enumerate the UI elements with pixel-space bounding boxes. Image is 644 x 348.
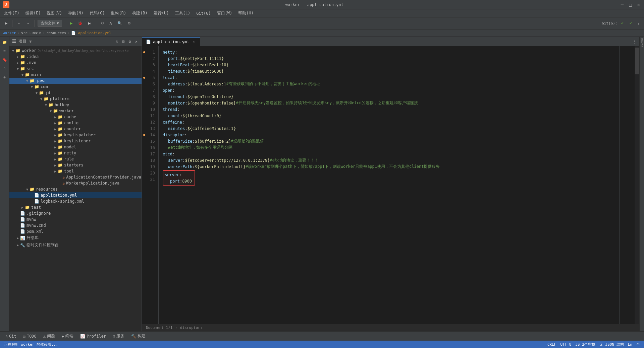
- tree-com[interactable]: ▼ 📁 com: [9, 84, 142, 90]
- tree-appprovider[interactable]: ☕ ApplicationContextProvider.java: [9, 174, 142, 180]
- tree-logback[interactable]: 📄 logback-spring.xml: [9, 198, 142, 204]
- git-tab[interactable]: ⑃ Git: [3, 333, 19, 339]
- breadcrumb-resources[interactable]: resources: [46, 31, 66, 35]
- tree-extlibs[interactable]: ▶ 📊 外部库: [9, 234, 142, 241]
- code-line-18: server: ${etcdServer:http://127.0.0.1:23…: [163, 157, 619, 163]
- tree-test[interactable]: ▶ 📁 test: [9, 204, 142, 210]
- breadcrumb-main[interactable]: main: [33, 31, 42, 35]
- tree-counter-label: counter: [64, 127, 81, 131]
- tree-cache[interactable]: ▶ 📁 cache: [9, 114, 142, 120]
- tab-applicationyml[interactable]: 📄 application.yml ✕: [142, 37, 200, 46]
- tree-netty[interactable]: ▶ 📁 netty: [9, 150, 142, 156]
- terminal-tab[interactable]: ▶ 终端: [59, 333, 76, 340]
- toolbar-forward-btn[interactable]: →: [24, 21, 32, 26]
- sidebar-settings-btn[interactable]: ⚙: [127, 39, 132, 45]
- tree-tool[interactable]: ▶ 📁 tool: [9, 168, 142, 174]
- tree-mvnw[interactable]: 📄 mvnw: [9, 216, 142, 222]
- app-logo: J: [3, 1, 9, 8]
- run-btn[interactable]: ▶: [68, 20, 74, 26]
- status-encoding[interactable]: UTF-8: [560, 342, 571, 347]
- code-content[interactable]: netty: port: ${nettyPort:11111} heartBea…: [159, 46, 619, 324]
- tree-root[interactable]: ▼ 📁 worker D:\study\jd_hotkey\hotkey_wor…: [9, 48, 142, 54]
- current-file-dropdown[interactable]: 当前文件 ▼: [38, 20, 62, 27]
- menu-code[interactable]: 代码(C): [87, 10, 108, 17]
- collapse-all-btn[interactable]: ⊟: [121, 39, 126, 45]
- hide-sidebar-btn[interactable]: ✕: [134, 39, 139, 45]
- project-view-icon[interactable]: 📁: [1, 38, 9, 46]
- undo-btn[interactable]: ↺: [99, 20, 106, 26]
- services-tab[interactable]: ⚙ 服务: [110, 333, 127, 340]
- toolbar-back-btn[interactable]: ←: [15, 21, 23, 26]
- menu-refactor[interactable]: 重构(R): [108, 10, 129, 17]
- profile-btn[interactable]: ▶|: [86, 20, 94, 26]
- tree-applicationyml[interactable]: 📄 application.yml: [9, 192, 142, 198]
- toolbar-project-btn[interactable]: ▶: [3, 20, 9, 26]
- window-controls[interactable]: ─ □ ✕: [620, 2, 641, 7]
- status-indent[interactable]: JS 2个空格: [576, 342, 596, 347]
- tab-close-btn[interactable]: ✕: [191, 40, 196, 44]
- status-format[interactable]: 无 JSON 结构: [599, 342, 624, 347]
- menu-tools[interactable]: 工具(L): [172, 10, 193, 17]
- maximize-button[interactable]: □: [628, 2, 633, 7]
- tab-more-btn[interactable]: ⋮: [630, 39, 639, 44]
- tree-platform[interactable]: ▼ 📁 platform: [9, 96, 142, 102]
- sidebar-dropdown-icon[interactable]: ▼: [29, 39, 32, 44]
- tree-rule[interactable]: ▶ 📁 rule: [9, 156, 142, 162]
- git-push-btn[interactable]: ✓: [627, 20, 634, 26]
- menu-git[interactable]: Git(G): [194, 10, 213, 16]
- translate-btn[interactable]: A: [107, 21, 114, 26]
- tree-mvnwcmd[interactable]: 📄 mvnw.cmd: [9, 222, 142, 228]
- locate-file-btn[interactable]: ◎: [114, 39, 119, 45]
- git-icon[interactable]: ⑃: [1, 64, 9, 72]
- tree-keylistener[interactable]: ▶ 📁 keylistener: [9, 138, 142, 144]
- structure-icon[interactable]: ≡: [1, 47, 9, 55]
- menu-view[interactable]: 视图(V): [44, 10, 65, 17]
- menu-build[interactable]: 构建(B): [129, 10, 150, 17]
- close-button[interactable]: ✕: [636, 2, 641, 7]
- menu-run[interactable]: 运行(U): [151, 10, 172, 17]
- menu-window[interactable]: 窗口(W): [214, 10, 235, 17]
- tree-starters[interactable]: ▶ 📁 starters: [9, 162, 142, 168]
- tree-workerapplication[interactable]: ☕ WorkerApplication.java: [9, 180, 142, 186]
- breadcrumb-src[interactable]: src: [21, 31, 28, 35]
- tree-pom[interactable]: 📄 pom.xml: [9, 228, 142, 234]
- tree-mvn[interactable]: ▶ 📁 .mvn: [9, 60, 142, 66]
- tree-worker-sub[interactable]: ▼ 📁 worker: [9, 108, 142, 114]
- profiler-tab[interactable]: 📈 Profiler: [77, 333, 109, 339]
- folder-icon: 📁: [30, 187, 35, 192]
- git-pull-btn[interactable]: ↑: [636, 21, 642, 26]
- breadcrumb-file[interactable]: 📄 application.yml: [71, 31, 111, 35]
- menu-edit[interactable]: 编辑(E): [23, 10, 44, 17]
- tree-counter[interactable]: ▶ 📁 counter: [9, 126, 142, 132]
- problems-tab[interactable]: ⚠ 问题: [41, 333, 58, 340]
- debug-btn[interactable]: 🐞: [76, 20, 85, 26]
- tree-main[interactable]: ▼ 📁 main: [9, 72, 142, 78]
- git-commit-btn[interactable]: ✓: [619, 20, 626, 26]
- tree-jd[interactable]: ▼ 📁 jd: [9, 90, 142, 96]
- breadcrumb-worker[interactable]: worker: [3, 31, 16, 35]
- folder-icon: 📁: [58, 139, 63, 143]
- settings-btn[interactable]: ⚙: [125, 20, 133, 26]
- right-panel-icon[interactable]: Maven: [640, 38, 644, 47]
- minimap[interactable]: [619, 46, 639, 324]
- tree-temp[interactable]: ▶ 🔧 临时文件和控制台: [9, 241, 142, 249]
- tree-java[interactable]: ▼ 📁 java: [9, 78, 142, 84]
- tree-src[interactable]: ▼ 📁 src: [9, 66, 142, 72]
- minimize-button[interactable]: ─: [620, 2, 625, 7]
- tree-resources[interactable]: ▼ 📁 resources: [9, 186, 142, 192]
- tree-model[interactable]: ▶ 📁 model: [9, 144, 142, 150]
- menu-help[interactable]: 帮助(H): [235, 10, 256, 17]
- todo-tab[interactable]: ☑ TODO: [20, 333, 39, 339]
- changes-icon[interactable]: ◈: [1, 73, 9, 81]
- status-linesep[interactable]: CRLF: [547, 342, 556, 347]
- tree-idea[interactable]: ▶ 📁 .idea: [9, 54, 142, 60]
- tree-config[interactable]: ▶ 📁 config: [9, 120, 142, 126]
- tree-keydispatcher[interactable]: ▶ 📁 keydispatcher: [9, 132, 142, 138]
- build-tab[interactable]: 🔨 构建: [128, 333, 148, 340]
- tree-gitignore[interactable]: 📄 .gitignore: [9, 210, 142, 216]
- menu-file[interactable]: 文件(F): [1, 10, 22, 17]
- bookmark-icon[interactable]: 🔖: [1, 56, 9, 64]
- tree-hotkey[interactable]: ▼ 📁 hotkey: [9, 102, 142, 108]
- search-btn[interactable]: 🔍: [115, 20, 124, 26]
- menu-navigate[interactable]: 导航(N): [65, 10, 86, 17]
